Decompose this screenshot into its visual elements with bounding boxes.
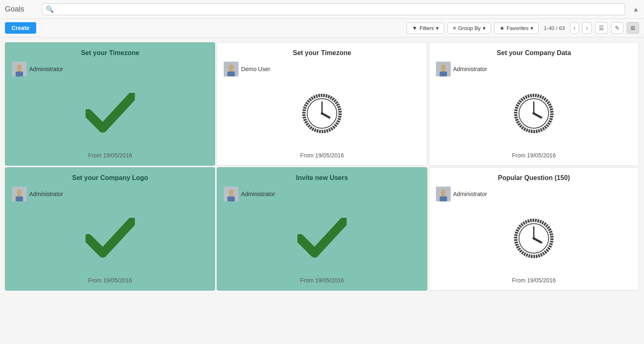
card-title: Set your Company Data xyxy=(497,49,571,57)
card-2[interactable]: Set your Timezone Demo User From 19/05/2… xyxy=(217,42,427,166)
main-content: Set your Timezone Administrator From 19/… xyxy=(0,37,644,296)
svg-rect-34 xyxy=(441,194,445,197)
svg-rect-6 xyxy=(229,69,233,72)
card-date: From 19/05/2016 xyxy=(300,152,344,159)
card-icon-area xyxy=(86,205,135,272)
group-by-icon: ≡ xyxy=(453,25,456,31)
search-bar: 🔍 xyxy=(42,3,625,15)
group-by-chevron-icon: ▾ xyxy=(483,25,486,31)
user-name: Administrator xyxy=(29,191,63,197)
svg-point-25 xyxy=(17,189,22,194)
edit-view-button[interactable]: ✎ xyxy=(611,22,623,34)
card-icon-area xyxy=(513,205,554,272)
avatar xyxy=(12,187,27,201)
svg-point-1 xyxy=(17,65,22,69)
kanban-view-button[interactable]: ⊞ xyxy=(627,22,639,34)
svg-point-15 xyxy=(441,65,446,69)
svg-rect-3 xyxy=(16,72,23,76)
card-user: Administrator xyxy=(12,187,208,201)
svg-point-41 xyxy=(533,237,535,240)
svg-rect-30 xyxy=(229,194,233,197)
svg-point-33 xyxy=(441,189,446,194)
user-name: Administrator xyxy=(29,66,63,72)
group-by-button[interactable]: ≡ Group By ▾ xyxy=(447,23,491,34)
card-6[interactable]: Popular Question (150) Administrator Fro… xyxy=(429,167,639,291)
card-3[interactable]: Set your Company Data Administrator From… xyxy=(429,42,639,166)
svg-point-13 xyxy=(321,112,323,115)
card-user: Demo User xyxy=(224,62,420,76)
card-date: From 19/05/2016 xyxy=(88,152,132,159)
avatar xyxy=(436,187,451,201)
card-icon-area xyxy=(86,80,135,147)
card-title: Invite new Users xyxy=(296,174,348,182)
cards-grid: Set your Timezone Administrator From 19/… xyxy=(5,42,639,291)
card-user: Administrator xyxy=(436,62,632,76)
avatar xyxy=(224,62,239,76)
toolbar: Create ▼ Filters ▾ ≡ Group By ▾ ★ Favori… xyxy=(0,19,644,37)
svg-rect-35 xyxy=(440,196,447,201)
filter-icon: ▼ xyxy=(412,25,417,31)
search-icon: 🔍 xyxy=(46,5,54,13)
card-icon-area xyxy=(513,80,554,147)
svg-rect-17 xyxy=(440,72,447,76)
card-date: From 19/05/2016 xyxy=(512,152,556,159)
card-title: Set your Timezone xyxy=(81,49,139,57)
search-input[interactable] xyxy=(56,6,621,13)
card-title: Set your Company Logo xyxy=(72,174,148,182)
svg-rect-31 xyxy=(227,196,235,201)
card-icon-area xyxy=(301,80,343,147)
top-bar: Goals 🔍 ▲ xyxy=(0,0,644,19)
svg-point-29 xyxy=(229,189,234,194)
user-name: Administrator xyxy=(453,66,487,72)
user-name: Demo User xyxy=(241,66,270,72)
avatar xyxy=(224,187,239,201)
user-name: Administrator xyxy=(453,191,487,197)
prev-page-button[interactable]: ‹ xyxy=(570,22,579,34)
card-icon-area xyxy=(297,205,347,272)
svg-rect-26 xyxy=(17,194,21,197)
card-user: Administrator xyxy=(436,187,632,201)
filters-chevron-icon: ▾ xyxy=(436,25,439,31)
collapse-icon[interactable]: ▲ xyxy=(632,6,639,13)
card-user: Administrator xyxy=(12,62,208,76)
list-view-button[interactable]: ☰ xyxy=(595,22,608,34)
card-title: Popular Question (150) xyxy=(498,174,570,182)
card-5[interactable]: Invite new Users Administrator From 19/0… xyxy=(217,167,427,291)
svg-rect-7 xyxy=(227,72,235,76)
card-date: From 19/05/2016 xyxy=(300,277,344,284)
svg-rect-27 xyxy=(16,196,23,201)
svg-point-23 xyxy=(533,112,535,115)
create-button[interactable]: Create xyxy=(5,22,36,34)
card-date: From 19/05/2016 xyxy=(512,277,556,284)
svg-rect-16 xyxy=(441,69,445,72)
card-4[interactable]: Set your Company Logo Administrator From… xyxy=(5,167,215,291)
favorites-button[interactable]: ★ Favorites ▾ xyxy=(494,23,539,34)
filters-button[interactable]: ▼ Filters ▾ xyxy=(407,23,444,34)
star-icon: ★ xyxy=(500,25,505,31)
card-date: From 19/05/2016 xyxy=(88,277,132,284)
next-page-button[interactable]: › xyxy=(582,22,592,34)
user-name: Administrator xyxy=(241,191,275,197)
page-title: Goals xyxy=(5,5,38,14)
card-user: Administrator xyxy=(224,187,420,201)
pagination-info: 1-40 / 63 xyxy=(542,25,566,31)
svg-point-5 xyxy=(229,65,234,69)
avatar xyxy=(436,62,451,76)
avatar xyxy=(12,62,27,76)
favorites-chevron-icon: ▾ xyxy=(530,25,533,31)
card-title: Set your Timezone xyxy=(293,49,351,57)
card-1[interactable]: Set your Timezone Administrator From 19/… xyxy=(5,42,215,166)
svg-rect-2 xyxy=(17,69,21,72)
